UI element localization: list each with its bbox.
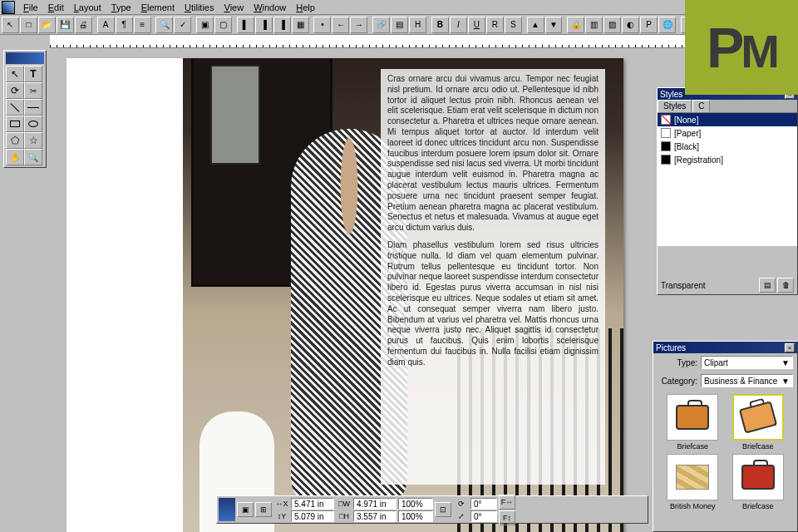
rotate-field[interactable]: 0°	[470, 498, 497, 510]
h-icon: □H	[336, 512, 352, 520]
strike-btn[interactable]: S	[505, 17, 522, 33]
close-icon[interactable]: ×	[785, 343, 795, 352]
menu-edit[interactable]: Edit	[43, 2, 69, 13]
new-btn[interactable]: □	[20, 17, 37, 33]
style-paper[interactable]: [Paper]	[658, 126, 797, 140]
menu-type[interactable]: Type	[106, 2, 136, 13]
place-btn[interactable]: ▤	[391, 17, 408, 33]
pointer-btn[interactable]: ↖	[2, 17, 19, 33]
swatch-none-icon	[661, 115, 671, 125]
find-btn[interactable]: 🔍	[155, 17, 173, 33]
w-field[interactable]: 4.971 in	[353, 498, 397, 510]
image-adj-btn[interactable]: ◐	[622, 17, 639, 33]
open-btn[interactable]: 📂	[38, 17, 56, 33]
thumb-briefcase-1[interactable]: Briefcase	[662, 394, 724, 451]
anchor-grid-btn[interactable]: ⊞	[255, 502, 272, 517]
crop-tool[interactable]	[24, 82, 42, 99]
pointer-tool[interactable]	[6, 66, 24, 82]
system-icon[interactable]	[2, 1, 15, 14]
star-tool[interactable]	[24, 132, 42, 149]
underline-btn[interactable]: U	[468, 17, 485, 33]
char-btn[interactable]: A	[97, 17, 115, 33]
h-field[interactable]: 3.557 in	[353, 510, 397, 522]
constrain-line-tool[interactable]	[24, 99, 42, 116]
menu-utilities[interactable]: Utilities	[180, 2, 219, 13]
rect-tool[interactable]	[6, 116, 24, 132]
oval-tool[interactable]	[24, 116, 42, 132]
indent-more-btn[interactable]: →	[350, 17, 367, 33]
zoom-tool[interactable]	[24, 149, 42, 165]
tab-colors[interactable]: C	[692, 100, 710, 112]
x-field[interactable]: 5.471 in	[291, 498, 334, 510]
pdf-btn[interactable]: P	[640, 17, 658, 33]
align-l-btn[interactable]: ▌	[237, 17, 254, 33]
menu-view[interactable]: View	[219, 2, 249, 13]
document-canvas[interactable]: Cras ornare arcu dui vivamus arcu. Tempo…	[66, 58, 623, 532]
stroke-btn[interactable]: ▢	[214, 17, 232, 33]
menu-file[interactable]: File	[18, 2, 43, 13]
fill-btn[interactable]: ▣	[196, 17, 214, 33]
pictures-panel-title: Pictures	[656, 343, 686, 352]
style-label: [Registration]	[674, 155, 723, 165]
align-j-btn[interactable]: ▦	[292, 17, 309, 33]
rev-btn[interactable]: R	[486, 17, 504, 33]
thumb-briefcase-2[interactable]: Briefcase	[727, 394, 790, 451]
hyperlink-btn[interactable]: H	[409, 17, 426, 33]
menu-window[interactable]: Window	[249, 2, 291, 13]
palette-titlebar[interactable]	[6, 52, 44, 64]
menu-help[interactable]: Help	[291, 2, 320, 13]
print-btn[interactable]: 🖨	[75, 17, 92, 33]
para-btn[interactable]: ¶	[116, 17, 133, 33]
category-select[interactable]: Business & Finance▼	[701, 374, 793, 387]
scale-y-field[interactable]: 100%	[398, 510, 433, 522]
bold-btn[interactable]: B	[431, 17, 449, 33]
type-select[interactable]: Clipart▼	[701, 356, 793, 369]
html-btn[interactable]: 🌐	[658, 17, 676, 33]
style-black[interactable]: [Black]	[658, 140, 797, 153]
styles-btn[interactable]: ≡	[134, 17, 151, 33]
control-panel-grip[interactable]	[219, 498, 235, 521]
flip-h-btn[interactable]: F↔	[499, 495, 515, 510]
align-r-btn[interactable]: ▐	[273, 17, 291, 33]
briefcase-red-icon	[741, 465, 775, 490]
menu-element[interactable]: Element	[136, 2, 180, 13]
menu-layout[interactable]: Layout	[69, 2, 106, 13]
style-label: [Black]	[674, 142, 699, 151]
rotate-tool[interactable]	[6, 82, 24, 99]
pictures-panel-titlebar[interactable]: Pictures ×	[653, 342, 797, 353]
line-tool[interactable]	[6, 99, 24, 116]
polygon-tool[interactable]	[6, 132, 24, 149]
pictures-panel: Pictures × Type: Clipart▼ Category: Busi…	[653, 341, 798, 532]
skew-field[interactable]: 0°	[470, 510, 497, 522]
spell-btn[interactable]: ✓	[174, 17, 191, 33]
thumb-money[interactable]: British Money	[662, 454, 724, 510]
y-field[interactable]: 5.079 in	[291, 510, 334, 522]
new-style-btn[interactable]: ▤	[759, 278, 776, 293]
lock-btn[interactable]: 🔒	[567, 17, 584, 33]
scale-x-field[interactable]: 100%	[398, 498, 433, 510]
text-tool[interactable]	[24, 66, 42, 82]
main-toolbar: ↖ □ 📂 💾 🖨 A ¶ ≡ 🔍 ✓ ▣ ▢ ▌ ▐ ▐ ▦ • ← → 🔗 …	[0, 15, 798, 35]
delete-style-btn[interactable]: 🗑	[777, 278, 794, 293]
transparent-label: Transparent	[661, 281, 706, 290]
hand-tool[interactable]	[6, 149, 24, 165]
style-none[interactable]: [None]	[658, 113, 797, 126]
italic-btn[interactable]: I	[450, 17, 467, 33]
bullet-btn[interactable]: •	[313, 17, 331, 33]
outline-back-btn[interactable]: ▼	[545, 17, 563, 33]
indent-less-btn[interactable]: ←	[332, 17, 349, 33]
align-c-btn[interactable]: ▐	[255, 17, 273, 33]
thumb-briefcase-3[interactable]: Briefcase	[727, 454, 790, 510]
style-registration[interactable]: [Registration]	[658, 153, 797, 166]
flip-v-btn[interactable]: F↕	[499, 510, 515, 525]
save-btn[interactable]: 💾	[57, 17, 74, 33]
constrain-btn[interactable]: ⊡	[435, 502, 451, 517]
w-icon: □W	[336, 500, 352, 508]
image-ctrl-btn[interactable]: ▨	[603, 17, 621, 33]
mask-btn[interactable]: ▥	[585, 17, 603, 33]
proxy-ref-btn[interactable]: ▣	[237, 502, 254, 517]
tab-styles[interactable]: Styles	[658, 100, 692, 112]
text-frame[interactable]: Cras ornare arcu dui vivamus arcu. Tempo…	[381, 69, 605, 485]
link-btn[interactable]: 🔗	[372, 17, 390, 33]
outline-front-btn[interactable]: ▲	[527, 17, 544, 33]
